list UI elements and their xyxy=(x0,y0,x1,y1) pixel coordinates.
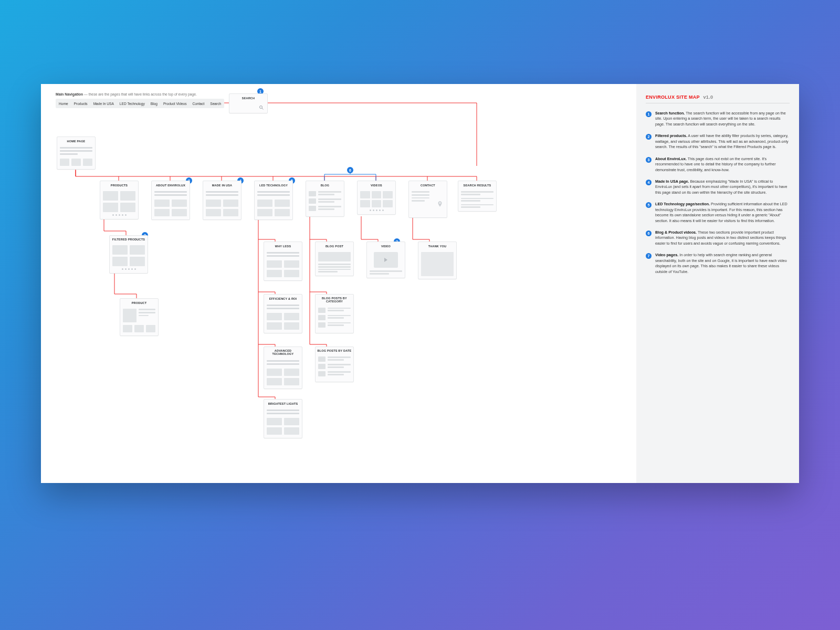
nav-item: Search xyxy=(210,102,221,106)
card-title: FILTERED PRODUCTS xyxy=(110,236,148,243)
card-video: VIDEO xyxy=(366,242,405,278)
card-title: VIDEOS xyxy=(358,181,395,189)
card-title: CONTACT xyxy=(409,181,447,189)
note-number-badge: 4 xyxy=(646,180,652,185)
card-thank-you: THANK YOU xyxy=(418,242,457,279)
card-title: SEARCH xyxy=(229,94,267,102)
note-item: 5LED Technology page/section. Providing … xyxy=(646,202,790,224)
note-text: LED Technology page/section. Providing s… xyxy=(655,202,790,224)
svg-line-1 xyxy=(262,108,264,110)
document-page: ENVIROLUX SITE MAP v1.0 1Search function… xyxy=(41,84,799,483)
card-title: ADVANCED TECHNOLOGY xyxy=(264,347,302,358)
note-number-badge: 5 xyxy=(646,202,652,208)
card-title: HOME PAGE xyxy=(57,137,95,145)
card-home: HOME PAGE xyxy=(57,136,96,170)
card-why-leds: WHY LEDS xyxy=(264,242,302,281)
card-filtered-products: FILTERED PRODUCTS xyxy=(109,235,148,274)
card-products: PRODUCTS xyxy=(100,181,139,219)
nav-item: Contact xyxy=(193,102,205,106)
page-title: ENVIROLUX SITE MAP v1.0 xyxy=(646,94,790,103)
main-nav-bar: HomeProductsMade In USALED TechnologyBlo… xyxy=(56,99,224,108)
card-videos: VIDEOS xyxy=(357,181,396,215)
nav-item: LED Technology xyxy=(120,102,145,106)
note-number-badge: 7 xyxy=(646,253,652,259)
card-title: BLOG POSTS BY DATE xyxy=(316,347,353,354)
note-item: 1Search function. The search function wi… xyxy=(646,111,790,127)
card-title: SEARCH RESULTS xyxy=(458,181,496,189)
search-icon xyxy=(259,105,264,110)
note-number-badge: 6 xyxy=(646,230,652,236)
note-number-badge: 2 xyxy=(646,134,652,140)
card-search-results: SEARCH RESULTS xyxy=(458,181,497,212)
card-title: MADE IN USA xyxy=(203,181,241,189)
card-about: ABOUT ENVIROLUX xyxy=(151,181,190,220)
card-title: VIDEO xyxy=(367,242,405,250)
card-blog: BLOG xyxy=(306,181,344,217)
note-text: Blog & Product videos. These two section… xyxy=(655,230,790,246)
nav-caption: Main Navigation — these are the pages th… xyxy=(56,92,197,96)
card-title: EFFICIENCY & ROI xyxy=(264,295,302,302)
note-text: About EnviroLux. This page does not exis… xyxy=(655,156,790,173)
sitemap-canvas: Main Navigation — these are the pages th… xyxy=(41,84,636,483)
svg-point-2 xyxy=(439,203,441,204)
note-text: Made In USA page. Because emphasizing "M… xyxy=(655,179,790,195)
svg-point-0 xyxy=(260,106,262,109)
nav-item: Products xyxy=(74,102,88,106)
card-title: THANK YOU xyxy=(418,242,456,250)
note-item: 6Blog & Product videos. These two sectio… xyxy=(646,230,790,246)
notes-panel: ENVIROLUX SITE MAP v1.0 1Search function… xyxy=(636,84,799,483)
note-text: Search function. The search function wil… xyxy=(655,111,790,127)
card-contact: CONTACT xyxy=(408,181,447,218)
nav-item: Blog xyxy=(151,102,158,106)
card-blog-posts-by-category: BLOG POSTS BY CATEGORY xyxy=(315,294,354,333)
note-item: 4Made In USA page. Because emphasizing "… xyxy=(646,179,790,195)
note-text: Video pages. In order to help with searc… xyxy=(655,253,790,275)
connector-lines xyxy=(41,84,636,483)
card-advanced-technology: ADVANCED TECHNOLOGY xyxy=(264,346,302,389)
note-item: 3About EnviroLux. This page does not exi… xyxy=(646,156,790,173)
nav-item: Home xyxy=(59,102,68,106)
nav-item: Made In USA xyxy=(93,102,114,106)
note-item: 2Filtered products. A user will have the… xyxy=(646,133,790,150)
card-efficiency-roi: EFFICIENCY & ROI xyxy=(264,294,302,333)
card-title: WHY LEDS xyxy=(264,242,302,250)
nav-item: Product Videos xyxy=(163,102,187,106)
card-title: BLOG POSTS BY CATEGORY xyxy=(316,295,353,306)
card-title: PRODUCT xyxy=(120,299,158,307)
card-title: LED TECHNOLOGY xyxy=(255,181,292,189)
note-text: Filtered products. A user will have the … xyxy=(655,133,790,150)
card-brightest-lights: BRIGHTEST LIGHTS xyxy=(264,399,302,438)
annotation-badge-6: 6 xyxy=(347,167,353,173)
card-title: BLOG POST xyxy=(316,242,353,250)
card-title: BLOG xyxy=(306,181,344,189)
card-title: ABOUT ENVIROLUX xyxy=(152,181,190,189)
card-led-technology: LED TECHNOLOGY xyxy=(254,181,293,220)
card-made-in-usa: MADE IN USA xyxy=(203,181,242,220)
card-product: PRODUCT xyxy=(120,298,159,336)
card-blog-posts-by-date: BLOG POSTS BY DATE xyxy=(315,346,354,382)
map-pin-icon xyxy=(436,200,444,209)
play-icon xyxy=(374,252,398,268)
card-blog-post: BLOG POST xyxy=(315,242,354,276)
note-number-badge: 1 xyxy=(646,111,652,117)
card-search: SEARCH xyxy=(229,93,268,113)
note-item: 7Video pages. In order to help with sear… xyxy=(646,253,790,275)
note-number-badge: 3 xyxy=(646,157,652,163)
card-title: PRODUCTS xyxy=(100,181,138,189)
card-title: BRIGHTEST LIGHTS xyxy=(264,400,302,407)
